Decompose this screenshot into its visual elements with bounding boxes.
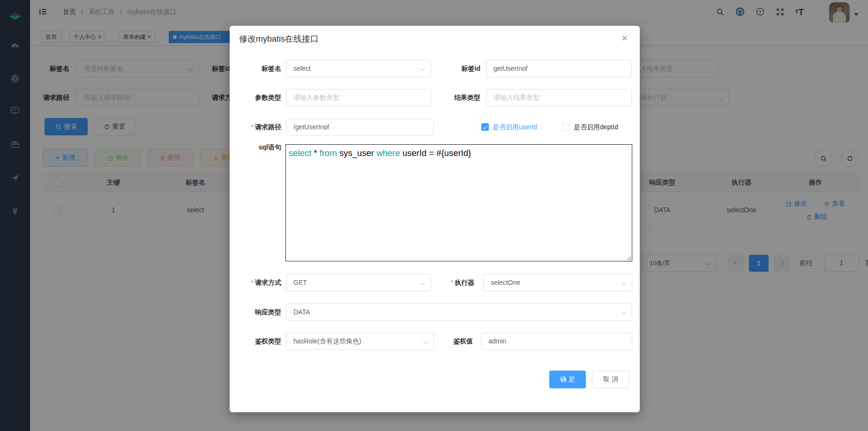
chevron-down-icon (621, 309, 626, 314)
field-tag-select[interactable]: select (286, 60, 431, 77)
sql-editor[interactable]: select * from sys_user where userId = #{… (285, 144, 632, 261)
dialog-close-icon[interactable]: × (620, 30, 629, 46)
field-resp-value: DATA (293, 308, 310, 316)
required-asterisk: * (251, 279, 254, 286)
field-path-input[interactable]: /getUserInof (286, 119, 434, 136)
field-tagid-value: getUserInof (494, 65, 527, 72)
required-asterisk: * (451, 279, 453, 286)
field-auth-label: 鉴权类型 (230, 333, 281, 350)
field-param-label: 参数类型 (230, 89, 281, 106)
required-asterisk: * (251, 123, 254, 131)
chevron-down-icon (621, 280, 626, 285)
field-param-input[interactable]: 请输入参数类型 (286, 89, 431, 106)
field-auth-select[interactable]: hasRole(含有这些角色) (286, 333, 434, 350)
field-authval-label: 鉴权值 (427, 333, 473, 350)
field-tag-value: select (293, 65, 311, 72)
sql-code-line: select * from sys_user where userId = #{… (289, 147, 471, 159)
field-result-input[interactable]: 请输入结果类型 (486, 89, 632, 106)
chevron-down-icon (420, 66, 425, 71)
enable-deptid-label[interactable]: 是否启用deptId (574, 119, 618, 136)
enable-userid-checkbox[interactable] (481, 123, 489, 131)
field-path-value: /getUserInof (293, 123, 329, 131)
field-method-select[interactable]: GET (286, 274, 431, 291)
resize-handle[interactable] (626, 255, 631, 260)
confirm-button[interactable]: 确 定 (549, 371, 586, 388)
confirm-button-label: 确 定 (560, 375, 575, 384)
field-result-label: 结果类型 (427, 89, 480, 106)
dialog-title: 修改mybatis在线接口 (239, 33, 319, 45)
field-tagid-input[interactable]: getUserInof (486, 60, 632, 77)
field-exec-label: *执行器 (417, 274, 474, 291)
input-placeholder: 请输入参数类型 (293, 94, 339, 101)
field-exec-value: selectOne (491, 279, 520, 286)
field-path-label: *请求路径 (230, 119, 281, 136)
field-tagid-label: 标签id (427, 60, 480, 77)
field-authval-value: admin (488, 337, 506, 345)
input-placeholder: 请输入结果类型 (494, 94, 539, 101)
enable-userid-label[interactable]: 是否启用userId (493, 119, 537, 136)
field-authval-input[interactable]: admin (481, 333, 632, 350)
field-method-value: GET (293, 279, 307, 286)
field-resp-label: 响应类型 (230, 304, 281, 321)
cancel-button[interactable]: 取 消 (592, 371, 629, 388)
field-exec-select[interactable]: selectOne (483, 274, 632, 291)
enable-deptid-checkbox[interactable] (562, 123, 570, 131)
field-method-label: *请求方式 (230, 274, 281, 291)
field-tag-label: 标签名 (230, 60, 281, 77)
field-resp-select[interactable]: DATA (286, 304, 632, 321)
edit-mybatis-dialog: 修改mybatis在线接口 × 标签名 select 标签id getUserI… (230, 26, 640, 412)
field-auth-value: hasRole(含有这些角色) (293, 337, 361, 345)
cancel-button-label: 取 消 (603, 375, 618, 384)
app-window: ¥ 首页 / 系统工具 / mybatis在线接口 (0, 0, 868, 431)
field-sql-label: sql语句 (230, 140, 281, 154)
